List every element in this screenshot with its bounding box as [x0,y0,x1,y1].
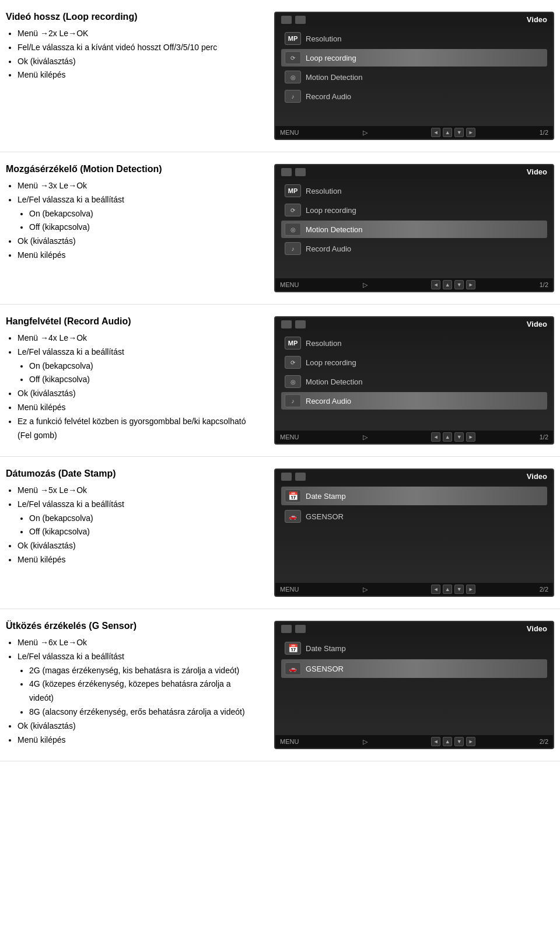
cam-nav-down: ▼ [454,128,464,137]
cam-nav-left: ◄ [431,128,440,137]
bullet-item: Le/Fel válassza ki a beállítást On (beka… [18,345,257,387]
cam-menu-btn-3: MENU [280,433,299,440]
cam-icon-mp-3: MP [285,337,301,349]
text-loop-recording: Videó hossz (Loop recording) Menü →2x Le… [6,12,262,140]
cam-item-label-gsensor-5: GSENSOR [306,665,344,673]
cam-icon-datestamp-5: 📅 [285,642,301,655]
bullet-sub-item: 2G (magas érzékenység, kis behatásra is … [29,664,257,678]
cam-header-icons [281,16,306,24]
cam-header-icons-4 [281,473,306,481]
cam-icon-audio-2: ♪ [285,242,301,255]
bullet-item: Menü →3x Le→Ok [18,179,257,193]
cam-menu-arrow-4: ▷ [363,586,368,593]
text-motion-detection: Mozgásérzékelő (Motion Detection) Menü →… [6,164,262,292]
cam-icon-loop-2: ⟳ [285,204,301,216]
section-loop-recording: Videó hossz (Loop recording) Menü →2x Le… [0,0,560,152]
cam-icon-gsensor-5: 🚗 [285,662,301,675]
bullets-motion-detection: Menü →3x Le→Ok Le/Fel válassza ki a beál… [18,179,257,263]
screen-gsensor: Video 📅 Date Stamp 🚗 GSENSOR MENU ▷ ◄ ▲ [274,621,554,749]
cam-item-resolution: MP Resolution [281,30,547,47]
cam-menu-btn-4: MENU [280,586,299,593]
bullets-loop-recording: Menü →2x Le→OK Fel/Le válassza ki a kívá… [18,27,257,82]
cam-icon-record-3 [281,320,292,328]
cam-item-label-loop: Loop recording [306,54,356,62]
cam-icon-datestamp: 📅 [285,490,301,502]
bullet-item: Menü kilépés [18,553,257,567]
cam-nav-down-4: ▼ [454,585,464,594]
cam-menu-4: 📅 Date Stamp 🚗 GSENSOR [275,483,553,583]
camera-display-4: Video 📅 Date Stamp 🚗 GSENSOR MENU ▷ ◄ ▲ [274,468,554,597]
cam-icon-motion-2: ◎ [285,223,301,236]
cam-item-label-datestamp-5: Date Stamp [306,644,346,653]
cam-nav-4: ◄ ▲ ▼ ► [431,585,475,594]
cam-icon-mode-5 [295,625,306,633]
bullet-item: Le/Fel válassza ki a beállítást 2G (maga… [18,650,257,719]
cam-icon-record-5 [281,625,292,633]
cam-item-audio-3: ♪ Record Audio [281,392,547,410]
cam-icon-loop: ⟳ [285,51,301,64]
cam-menu-arrow-3: ▷ [363,433,368,441]
cam-item-label-loop-3: Loop recording [306,358,356,367]
cam-title-2: Video [527,167,547,176]
cam-nav-2: ◄ ▲ ▼ ► [431,280,475,289]
cam-menu-3: MP Resolution ⟳ Loop recording ◎ Motion … [275,331,553,431]
screen-record-audio: Video MP Resolution ⟳ Loop recording ◎ M… [274,316,554,445]
cam-icon-motion1: ◎ [285,71,301,83]
cam-header-1: Video [275,13,553,26]
cam-nav-down-2: ▼ [454,280,464,289]
bullet-sub-item: Off (kikapcsolva) [29,221,257,235]
cam-item-gsensor: 🚗 GSENSOR [281,507,547,526]
bullet-item: Fel/Le válassza ki a kívánt videó hosszt… [18,41,257,55]
bullet-item: Menü →2x Le→OK [18,27,257,41]
bullets-record-audio: Menü →4x Le→Ok Le/Fel válassza ki a beál… [18,331,257,442]
bullet-item: Menü →5x Le→Ok [18,484,257,498]
camera-display-1: Video MP Resolution ⟳ Loop recording ◎ M… [274,12,554,140]
cam-icon-mode-4 [295,473,306,481]
bullet-item: Menü kilépés [18,68,257,82]
cam-nav-3: ◄ ▲ ▼ ► [431,432,475,442]
cam-title-1: Video [527,15,547,24]
screen-motion-detection: Video MP Resolution ⟳ Loop recording ◎ M… [274,164,554,292]
cam-header-2: Video [275,165,553,179]
cam-nav-left-3: ◄ [431,432,440,442]
bullet-item: Ok (kiválasztás) [18,719,257,733]
cam-header-icons-5 [281,625,306,633]
cam-nav-right-5: ► [466,737,475,746]
cam-nav-up-5: ▲ [443,737,452,746]
cam-item-motion-3: ◎ Motion Detection [281,373,547,390]
screen-loop-recording: Video MP Resolution ⟳ Loop recording ◎ M… [274,12,554,140]
cam-item-label-resolution: Resolution [306,34,341,43]
bullet-item: Le/Fel válassza ki a beállítást On (beka… [18,193,257,235]
section-date-stamp: Dátumozás (Date Stamp) Menü →5x Le→Ok Le… [0,457,560,609]
cam-page-4: 2/2 [540,586,548,593]
cam-menu-5: 📅 Date Stamp 🚗 GSENSOR [275,635,553,735]
cam-item-audio1: ♪ Record Audio [281,88,547,105]
cam-header-5: Video [275,622,553,635]
cam-footer-2: MENU ▷ ◄ ▲ ▼ ► 1/2 [275,278,553,291]
text-date-stamp: Dátumozás (Date Stamp) Menü →5x Le→Ok Le… [6,468,262,597]
cam-item-label-resolution-3: Resolution [306,339,341,348]
bullet-item: Ok (kiválasztás) [18,387,257,401]
cam-icon-audio1: ♪ [285,90,301,103]
cam-nav-up-4: ▲ [443,585,452,594]
cam-item-datestamp-5: 📅 Date Stamp [281,639,547,658]
title-loop-recording: Videó hossz (Loop recording) [6,12,257,22]
cam-nav-right-3: ► [466,432,475,442]
bullet-item: Ok (kiválasztás) [18,55,257,69]
bullet-item: Le/Fel válassza ki a beállítást On (beka… [18,498,257,539]
section-gsensor: Ütközés érzékelés (G Sensor) Menü →6x Le… [0,609,560,761]
cam-nav-left-4: ◄ [431,585,440,594]
cam-title-5: Video [527,624,547,633]
cam-item-loop-2: ⟳ Loop recording [281,201,547,219]
cam-item-label-motion-2: Motion Detection [306,225,363,234]
cam-footer-4: MENU ▷ ◄ ▲ ▼ ► 2/2 [275,583,553,596]
cam-nav-right-2: ► [466,280,475,289]
bullet-item: Ok (kiválasztás) [18,235,257,249]
cam-title-4: Video [527,472,547,481]
cam-item-resolution-3: MP Resolution [281,334,547,352]
cam-icon-record-2 [281,168,292,176]
cam-icon-mode [295,16,306,24]
cam-icon-mode-2 [295,168,306,176]
cam-item-label-motion-3: Motion Detection [306,377,363,386]
section-record-audio: Hangfelvétel (Record Audio) Menü →4x Le→… [0,305,560,457]
